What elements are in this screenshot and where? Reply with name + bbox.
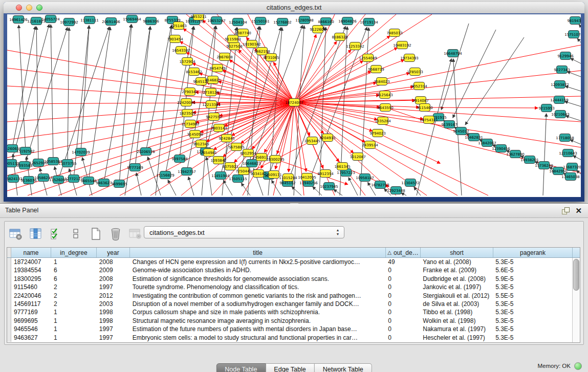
graph-node[interactable]: 11280948 [295, 16, 314, 24]
rows-icon[interactable] [69, 227, 83, 241]
graph-node[interactable]: 16648794 [444, 50, 462, 57]
graph-node[interactable]: 1785033 [407, 68, 423, 76]
graph-node[interactable]: 9699695 [111, 180, 127, 188]
graph-node[interactable]: 1093842 [210, 157, 226, 164]
column-header-in_degree[interactable]: in_degree [51, 248, 97, 257]
column-header-out_de[interactable]: △out_de… [386, 248, 421, 257]
graph-node[interactable]: 9568719 [368, 65, 384, 73]
table-row[interactable]: 1872400712008Changes of HCN gene express… [7, 258, 572, 266]
graph-node[interactable]: 8643590 [377, 104, 393, 112]
column-header-title[interactable]: title [130, 248, 386, 257]
tab-edge-table[interactable]: Edge Table [266, 363, 314, 372]
graph-node[interactable]: 9052314 [411, 82, 427, 90]
graph-node[interactable]: 7485033 [386, 29, 402, 37]
graph-node[interactable]: 1335284 [375, 117, 391, 125]
graph-node[interactable]: 12210643 [559, 149, 577, 157]
graph-node[interactable]: 8466160 [318, 18, 334, 26]
graph-node[interactable]: 2718126 [203, 89, 219, 96]
graph-node[interactable]: 8204915 [319, 134, 335, 142]
graph-node[interactable]: 14702039 [72, 148, 90, 156]
graph-node[interactable]: 16782753 [371, 181, 389, 189]
graph-node[interactable]: 10483192 [393, 41, 411, 49]
graph-node[interactable]: 13942757 [178, 168, 196, 176]
graph-node[interactable]: 9139167 [441, 121, 457, 128]
table-row[interactable]: 969969511998Structural magnetic resonanc… [7, 317, 572, 325]
graph-node[interactable]: 15276802 [273, 18, 292, 26]
zoom-window-button[interactable] [36, 5, 42, 11]
graph-node[interactable]: 2439514 [362, 141, 378, 149]
minimize-window-button[interactable] [26, 5, 32, 11]
graph-node[interactable]: 15150161 [251, 17, 270, 25]
graph-node[interactable]: 8912354 [317, 170, 334, 178]
close-panel-icon[interactable]: ✕ [575, 204, 582, 217]
graph-node[interactable]: 11156829 [156, 171, 175, 179]
graph-node[interactable]: 11304572 [401, 179, 420, 187]
graph-node[interactable]: 9215953 [538, 104, 554, 112]
delete-column-icon[interactable] [108, 227, 123, 241]
graph-node[interactable]: 7903454 [167, 35, 183, 43]
graph-node[interactable]: 16961426 [9, 16, 28, 24]
graph-node[interactable]: 15824133 [7, 175, 23, 183]
graph-node[interactable]: 10653287 [207, 17, 226, 25]
table-row[interactable]: 911546021997Tourette syndrome. Phenomeno… [7, 283, 572, 291]
graph-node[interactable]: 12504104 [229, 18, 247, 26]
graph-node[interactable]: 9122606 [310, 26, 326, 33]
column-header-name[interactable]: name [11, 248, 51, 257]
network-window-titlebar[interactable]: citations_edges.txt [4, 2, 584, 14]
table-row[interactable]: 977716911998Corpus callosum shape and si… [7, 308, 572, 316]
graph-node[interactable]: 12554049 [359, 54, 377, 62]
table-settings-icon[interactable] [9, 227, 23, 241]
graph-node[interactable]: 9463627 [96, 179, 112, 187]
graph-node[interactable]: 8153462 [186, 68, 202, 76]
float-panel-icon[interactable] [562, 207, 569, 214]
graph-node[interactable]: 11253342 [346, 42, 364, 50]
graph-node[interactable]: 2125643 [377, 91, 393, 99]
scrollbar-thumb[interactable] [573, 259, 579, 291]
graph-node[interactable]: 10719134 [360, 18, 378, 26]
column-header-year[interactable]: year [97, 248, 130, 257]
column-header-short[interactable]: short [421, 248, 493, 257]
graph-node[interactable]: 10237945 [320, 183, 338, 190]
table-row[interactable]: 1456911722003Disruption of a novel membe… [7, 300, 572, 308]
graph-node[interactable]: 9115460 [417, 104, 432, 112]
tab-node-table[interactable]: Node Table [216, 363, 266, 372]
graph-node[interactable]: 5675885 [228, 143, 244, 151]
graph-node[interactable]: 2914087 [412, 97, 428, 104]
graph-node[interactable]: 3012087 [350, 153, 365, 161]
graph-node[interactable]: 9397588 [171, 155, 187, 163]
graph-node[interactable]: 8186328 [332, 33, 347, 41]
table-selector-dropdown[interactable]: citations_edges.txt ▲▼ [144, 226, 344, 238]
graph-node[interactable]: 11381111 [80, 16, 99, 24]
new-column-icon[interactable] [89, 227, 103, 241]
graph-node[interactable]: 10210643 [551, 111, 570, 118]
network-window[interactable]: citations_edges.txt 16961426121618231405… [4, 2, 584, 202]
graph-node[interactable]: 16904826 [338, 17, 357, 25]
graph-node[interactable]: 20691406 [102, 18, 120, 26]
graph-node[interactable]: 2790341 [182, 88, 198, 96]
graph-node[interactable]: 20206576 [137, 148, 155, 156]
table-row[interactable]: 1830029562008Estimation of significance … [7, 275, 572, 283]
column-header-pagerank[interactable]: pagerank [493, 248, 573, 257]
row-select-icon[interactable] [49, 227, 63, 241]
table-row[interactable]: 946554611997Estimation of the future num… [7, 325, 572, 333]
graph-node[interactable]: 9465546 [80, 177, 97, 185]
graph-node[interactable]: 15069464 [123, 15, 141, 23]
delete-table-icon[interactable] [128, 227, 143, 241]
graph-node[interactable]: 15751074 [564, 31, 581, 38]
graph-node[interactable]: 10958187 [356, 174, 374, 182]
graph-node[interactable]: 2867608 [216, 53, 232, 61]
table-row[interactable]: 946362711997Embryonic stem cells: a mode… [7, 334, 572, 342]
table-row[interactable]: 1938455462009Genome-wide association stu… [7, 266, 572, 274]
graph-node[interactable]: 13505115 [229, 175, 247, 183]
network-canvas[interactable]: 1696142612161823140557241097299211381111… [7, 14, 581, 197]
graph-node[interactable]: 9886306 [143, 17, 159, 25]
table-scrollbar[interactable] [572, 258, 580, 342]
graph-node[interactable]: 12923448 [387, 187, 405, 194]
tab-network-table[interactable]: Network Table [315, 363, 372, 372]
column-select-icon[interactable] [29, 227, 43, 241]
graph-node[interactable]: 2803144 [211, 124, 227, 132]
graph-node[interactable]: 1372904 [179, 58, 195, 65]
graph-node[interactable]: 12444159 [550, 96, 569, 104]
close-window-button[interactable] [16, 5, 22, 11]
table-row[interactable]: 2242004622012Investigating the contribut… [7, 292, 572, 300]
